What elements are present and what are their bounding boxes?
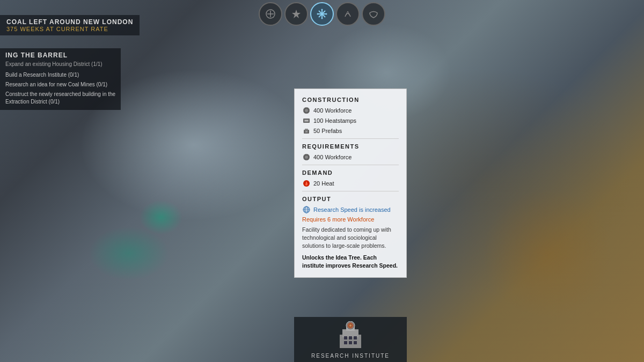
svg-rect-19 bbox=[308, 112, 309, 113]
heat-value: 20 Heat bbox=[313, 180, 334, 187]
divider-2 bbox=[302, 165, 399, 165]
building-icon bbox=[334, 321, 367, 351]
svg-point-11 bbox=[305, 109, 308, 112]
divider-3 bbox=[302, 191, 399, 191]
tasks-subtitle: Expand an existing Housing District (1/1… bbox=[5, 61, 115, 67]
svg-rect-47 bbox=[344, 336, 347, 339]
task-item-2: Research an idea for new Coal Mines (0/1… bbox=[5, 80, 115, 90]
demand-header: DEMAND bbox=[302, 169, 399, 176]
tasks-title: ING THE BARREL bbox=[5, 51, 115, 59]
bold-note: Unlocks the Idea Tree. Each institute im… bbox=[302, 254, 399, 270]
svg-rect-52 bbox=[354, 341, 357, 344]
svg-rect-25 bbox=[305, 131, 308, 132]
svg-rect-12 bbox=[306, 107, 307, 108]
heat-row: 20 Heat bbox=[302, 179, 399, 188]
svg-rect-16 bbox=[304, 108, 305, 109]
svg-rect-29 bbox=[306, 159, 307, 160]
building-label: RESEARCH INSTITUTE bbox=[311, 353, 390, 359]
svg-rect-15 bbox=[309, 110, 310, 111]
workforce-requirements-row: 400 Workforce bbox=[302, 153, 399, 161]
output-value: Research Speed is increased bbox=[313, 206, 391, 213]
workforce-icon-1 bbox=[302, 106, 311, 115]
svg-rect-35 bbox=[308, 159, 309, 160]
svg-rect-33 bbox=[308, 155, 309, 156]
description: Facility dedicated to coming up with tec… bbox=[302, 226, 399, 250]
output-header: OUTPUT bbox=[302, 196, 399, 202]
construction-header: CONSTRUCTION bbox=[302, 97, 399, 103]
workforce-warning: Requires 6 more Workforce bbox=[302, 216, 399, 223]
coal-label: COAL LEFT AROUND NEW LONDON bbox=[6, 18, 133, 26]
output-row: Research Speed is increased bbox=[302, 205, 399, 214]
svg-point-53 bbox=[349, 324, 352, 327]
svg-rect-22 bbox=[305, 120, 308, 121]
prefabs-value: 50 Prefabs bbox=[313, 128, 342, 134]
svg-rect-30 bbox=[303, 157, 304, 158]
requirements-header: REQUIREMENTS bbox=[302, 143, 399, 150]
building-footer: RESEARCH INSTITUTE bbox=[294, 317, 407, 362]
coal-rate: 375 WEEKS AT CURRENT RATE bbox=[6, 26, 133, 32]
nav-button-2[interactable] bbox=[284, 2, 308, 26]
heatstamps-icon bbox=[302, 116, 311, 125]
divider-1 bbox=[302, 138, 399, 139]
svg-rect-32 bbox=[304, 155, 305, 156]
workforce-icon-2 bbox=[302, 153, 311, 161]
svg-rect-50 bbox=[344, 341, 347, 344]
heatstamps-row: 100 Heatstamps bbox=[302, 116, 399, 125]
svg-marker-1 bbox=[292, 10, 301, 18]
svg-rect-34 bbox=[304, 159, 305, 160]
top-navigation bbox=[257, 0, 387, 28]
coal-info: COAL LEFT AROUND NEW LONDON 375 WEEKS AT… bbox=[0, 15, 140, 35]
nav-button-5[interactable] bbox=[362, 2, 385, 26]
svg-rect-51 bbox=[349, 341, 352, 344]
heatstamps-value: 100 Heatstamps bbox=[313, 117, 356, 124]
svg-point-9 bbox=[326, 13, 327, 15]
construction-panel: CONSTRUCTION 400 Workforce bbox=[294, 88, 407, 278]
svg-rect-31 bbox=[309, 157, 310, 158]
svg-rect-17 bbox=[308, 108, 309, 109]
svg-point-6 bbox=[321, 9, 323, 11]
output-icon bbox=[302, 205, 311, 214]
nav-button-4[interactable] bbox=[336, 2, 360, 26]
nav-button-snowflake[interactable] bbox=[310, 2, 334, 26]
svg-point-8 bbox=[317, 13, 319, 15]
prefabs-row: 50 Prefabs bbox=[302, 127, 399, 135]
svg-rect-13 bbox=[306, 113, 307, 114]
svg-rect-28 bbox=[306, 154, 307, 155]
svg-rect-14 bbox=[303, 110, 304, 111]
workforce-requirements-value: 400 Workforce bbox=[313, 154, 352, 160]
workforce-construction-value: 400 Workforce bbox=[313, 107, 352, 114]
svg-rect-24 bbox=[305, 129, 308, 130]
nav-button-1[interactable] bbox=[259, 2, 282, 26]
tasks-panel: ING THE BARREL Expand an existing Housin… bbox=[0, 48, 121, 110]
workforce-construction-row: 400 Workforce bbox=[302, 106, 399, 115]
svg-point-27 bbox=[305, 156, 308, 159]
heat-icon bbox=[302, 179, 311, 188]
task-item-3: Construct the newly researched building … bbox=[5, 90, 115, 107]
task-item-1: Build a Research Institute (0/1) bbox=[5, 70, 115, 80]
prefabs-icon bbox=[302, 127, 311, 135]
svg-point-7 bbox=[321, 18, 323, 19]
svg-rect-48 bbox=[349, 336, 352, 339]
svg-rect-18 bbox=[304, 112, 305, 113]
svg-rect-49 bbox=[354, 336, 357, 339]
